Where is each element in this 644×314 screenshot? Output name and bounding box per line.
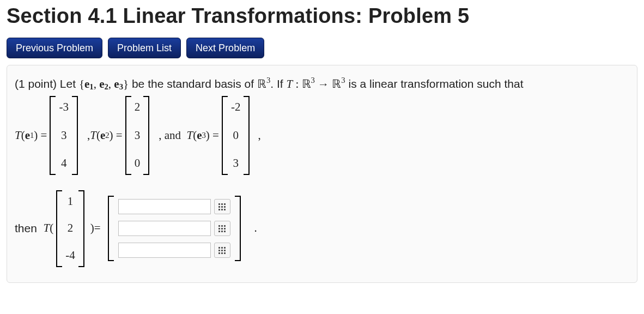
vector-entry: 2 (68, 219, 74, 238)
period: . (254, 219, 257, 238)
close-paren-eq: )= (90, 219, 101, 238)
brace-close: } (123, 77, 129, 90)
basis-e3-sub: 3 (119, 82, 123, 91)
vector-T-e2: 2 3 0 (124, 96, 151, 175)
T-e1-label: T(e1) = (15, 126, 47, 145)
bracket-right (244, 96, 251, 175)
grid-icon (218, 203, 226, 210)
answer-row: then T( 1 2 -4 )= (15, 190, 629, 267)
bracket-left (106, 196, 114, 261)
nav-row: Previous Problem Problem List Next Probl… (7, 38, 637, 58)
answer-input-1[interactable] (118, 199, 211, 214)
real-R-domain-sup: 3 (311, 76, 315, 84)
answer-entry-row (118, 199, 230, 214)
given-vectors-row: T(e1) = -3 3 4 , T(e2) = 2 3 0 (15, 96, 629, 175)
vector-entry: 4 (61, 154, 67, 173)
bracket-right (78, 190, 86, 267)
problem-statement: (1 point) Let {e1, e2, e3} be the standa… (15, 74, 629, 94)
basis-e2: e (99, 77, 104, 90)
T-letter: T (44, 219, 50, 238)
answer-input-3[interactable] (118, 243, 211, 258)
e-sub: 3 (202, 129, 206, 142)
e-letter: e (100, 126, 105, 145)
sep: , and (159, 126, 186, 145)
mid1: be the standard basis of (129, 77, 257, 90)
bracket-left (124, 96, 131, 175)
bracket-left (48, 96, 56, 175)
e-sub: 2 (105, 129, 109, 142)
vector-entry: 3 (233, 154, 239, 173)
bracket-left (220, 96, 228, 175)
comma: , (94, 77, 100, 90)
equation-editor-button[interactable] (214, 243, 230, 258)
bracket-right (143, 96, 151, 175)
comma: , (258, 126, 260, 145)
trailing-comma: , (258, 126, 260, 145)
real-R-codomain-sup: 3 (341, 76, 345, 84)
answer-entry-row (118, 221, 230, 236)
T-e3-label: , and T(e3) = (159, 126, 219, 145)
page-title: Section 4.1 Linear Transformations: Prob… (7, 4, 637, 28)
T-symbol: T (286, 77, 293, 90)
arrow: → (315, 77, 332, 90)
then-text: then (15, 219, 44, 238)
mid3: is a linear transformation such that (345, 77, 524, 90)
vector-entry: 0 (135, 154, 141, 173)
paren-open: ( (96, 126, 100, 145)
input-vector: 1 2 -4 (54, 190, 86, 267)
vector-T-e3: -2 0 3 (220, 96, 252, 175)
T-letter: T (15, 126, 21, 145)
T-e2-label: , T(e2) = (87, 126, 123, 145)
vector-entry: 2 (135, 98, 141, 117)
equation-editor-button[interactable] (214, 221, 230, 236)
vector-entry: -4 (65, 246, 75, 265)
vector-entry: 0 (233, 126, 239, 145)
answer-input-2[interactable] (118, 221, 211, 236)
basis-e3: e (114, 77, 119, 90)
vector-entry: 3 (135, 126, 141, 145)
paren-close-eq: ) = (34, 126, 47, 145)
trailing-period: . (254, 219, 257, 238)
paren-open: ( (193, 126, 197, 145)
e-letter: e (197, 126, 202, 145)
problem-list-button[interactable]: Problem List (108, 38, 181, 58)
e-sub: 1 (30, 129, 34, 142)
paren-open: ( (50, 219, 53, 238)
real-R-domain: ℝ (302, 77, 311, 90)
equation-editor-button[interactable] (214, 199, 230, 214)
brace-open: { (79, 77, 84, 90)
paren-open: ( (21, 126, 25, 145)
basis-e1: e (84, 77, 89, 90)
T-letter: T (186, 126, 193, 145)
grid-icon (218, 225, 226, 232)
grid-icon (218, 247, 226, 254)
bracket-right (235, 196, 242, 261)
vector-entry: 3 (61, 126, 67, 145)
e-letter: e (25, 126, 30, 145)
previous-problem-button[interactable]: Previous Problem (7, 38, 102, 58)
then-T-label: then T( (15, 219, 53, 238)
bracket-left (54, 190, 62, 267)
paren-close-eq: ) = (206, 126, 219, 145)
vector-T-e1: -3 3 4 (48, 96, 80, 175)
basis-e2-sub: 2 (105, 82, 108, 91)
answer-vector (106, 196, 242, 261)
next-problem-button[interactable]: Next Problem (186, 38, 264, 58)
vector-entry: -3 (59, 98, 69, 117)
colon: : (293, 77, 301, 90)
paren-close-eq: ) = (110, 126, 123, 145)
vector-entry: -2 (231, 98, 241, 117)
comma: , (108, 77, 114, 90)
bracket-right (72, 96, 80, 175)
points-text: (1 point) Let (15, 77, 79, 90)
vector-entry: 1 (68, 192, 74, 211)
problem-panel: (1 point) Let {e1, e2, e3} be the standa… (7, 65, 637, 283)
mid2: . If (270, 77, 286, 90)
real-R: ℝ (257, 77, 266, 90)
paren-close-eq: )= (90, 219, 101, 238)
real-R-codomain: ℝ (332, 77, 341, 90)
T-letter: T (90, 126, 96, 145)
basis-e1-sub: 1 (89, 82, 93, 91)
answer-entry-row (118, 243, 230, 258)
